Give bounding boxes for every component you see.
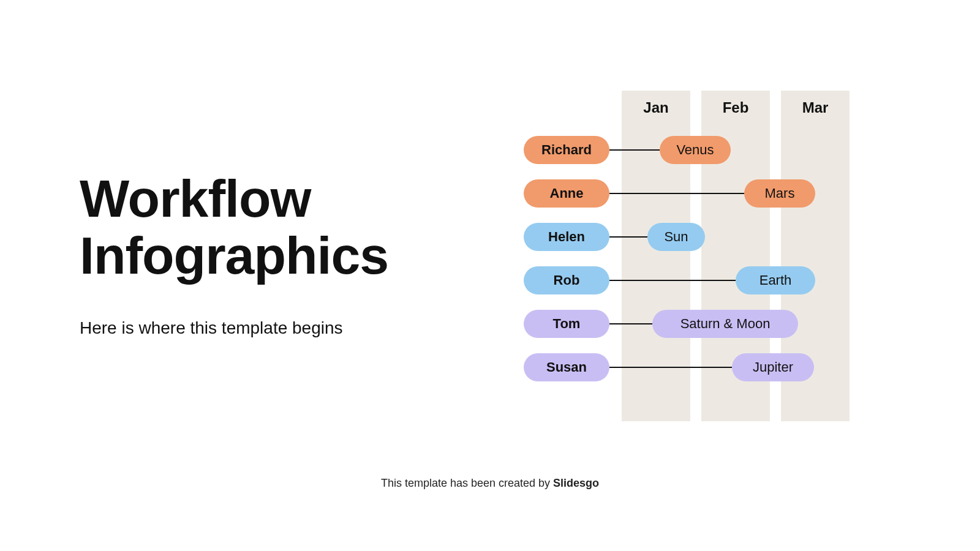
task-pill: Jupiter [732,353,814,381]
connector-line [609,280,736,281]
name-pill: Richard [524,136,609,164]
slide-title: Workflow Infographics [80,170,388,284]
month-label-feb: Feb [701,99,770,116]
chart-row: TomSaturn & Moon [524,310,854,338]
connector-line [609,367,732,368]
task-pill: Saturn & Moon [652,310,798,338]
connector-line [609,323,652,324]
task-pill: Earth [736,266,815,294]
task-pill: Sun [647,223,705,251]
chart-row: SusanJupiter [524,353,854,381]
footer-prefix: This template has been created by [381,477,553,489]
month-label-mar: Mar [781,99,850,116]
name-pill: Rob [524,266,609,294]
connector-line [609,236,647,238]
name-pill: Helen [524,223,609,251]
title-line-2: Infographics [80,226,388,285]
name-pill: Anne [524,179,609,208]
connector-line [609,149,660,151]
chart-row: RobEarth [524,266,854,294]
name-pill: Tom [524,310,609,338]
slide-stage: Workflow Infographics Here is where this… [0,0,980,551]
connector-line [609,193,744,194]
workflow-chart: Jan Feb Mar RichardVenusAnneMarsHelenSun… [524,91,854,421]
month-label-jan: Jan [622,99,690,116]
footer-brand: Slidesgo [553,477,599,489]
footer-attribution: This template has been created by Slides… [0,477,980,490]
chart-row: RichardVenus [524,136,854,164]
name-pill: Susan [524,353,609,381]
slide-subtitle: Here is where this template begins [80,318,343,338]
task-pill: Venus [660,136,731,164]
chart-row: AnneMars [524,179,854,208]
task-pill: Mars [744,179,815,208]
chart-row: HelenSun [524,223,854,251]
title-line-1: Workflow [80,169,311,228]
